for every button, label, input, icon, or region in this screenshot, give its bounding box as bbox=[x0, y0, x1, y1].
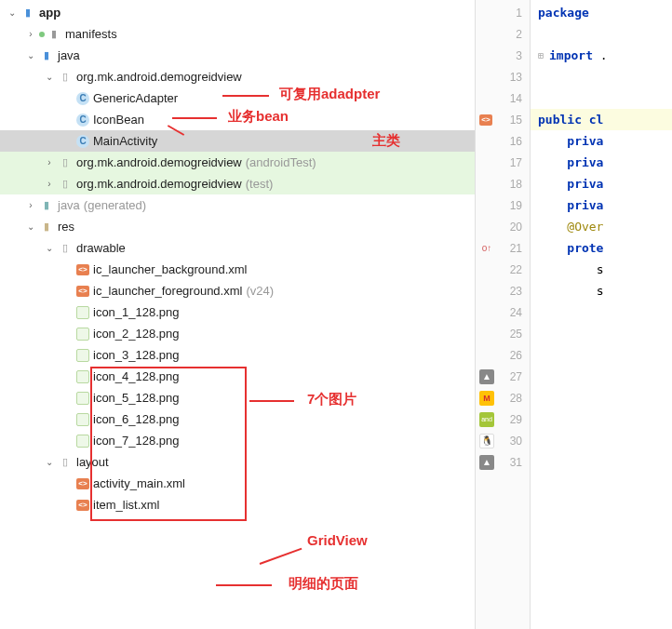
gutter-line[interactable]: 18 bbox=[476, 173, 530, 194]
gutter-line[interactable]: 25 bbox=[476, 323, 530, 344]
code-line[interactable]: s bbox=[531, 280, 672, 301]
gutter-image-icon[interactable]: 🐧 bbox=[479, 434, 494, 448]
code-line[interactable]: priva bbox=[531, 130, 672, 152]
code-line[interactable] bbox=[531, 387, 672, 408]
tree-node-icon-bean[interactable]: › C IconBean bbox=[0, 109, 475, 130]
code-line[interactable] bbox=[531, 66, 672, 87]
code-line[interactable]: prote bbox=[531, 237, 672, 259]
gutter-line[interactable]: 17 bbox=[476, 152, 530, 173]
tree-node-item-list-xml[interactable]: › <> item_list.xml bbox=[0, 494, 475, 515]
chevron-down-icon[interactable]: ⌄ bbox=[6, 7, 19, 18]
code-line[interactable] bbox=[531, 23, 672, 45]
tree-node-drawable[interactable]: ⌄ ▯ drawable bbox=[0, 237, 475, 259]
tree-node-package-test[interactable]: › ▯ org.mk.android.demogreidview (test) bbox=[0, 173, 475, 194]
gutter-image-icon[interactable]: and bbox=[479, 412, 494, 427]
gutter-line[interactable]: 23 bbox=[476, 280, 530, 301]
annotation-line bbox=[260, 548, 302, 565]
override-up-icon[interactable]: o↑ bbox=[479, 241, 494, 256]
gutter-line[interactable]: and 29 bbox=[476, 408, 530, 430]
tree-node-layout[interactable]: ⌄ ▯ layout bbox=[0, 451, 475, 473]
chevron-down-icon[interactable]: ⌄ bbox=[43, 72, 56, 82]
gutter-class-icon[interactable]: <> bbox=[479, 114, 492, 126]
chevron-right-icon[interactable]: › bbox=[24, 200, 37, 210]
gutter-line[interactable]: 16 bbox=[476, 130, 530, 152]
code-line[interactable] bbox=[531, 408, 672, 430]
tree-node-manifests[interactable]: › ▮ manifests bbox=[0, 23, 475, 45]
tree-node-activity-main-xml[interactable]: › <> activity_main.xml bbox=[0, 473, 475, 494]
code-line[interactable]: @Over bbox=[531, 216, 672, 237]
tree-node-package-main[interactable]: ⌄ ▯ org.mk.android.demogreidview bbox=[0, 66, 475, 87]
code-line[interactable] bbox=[531, 301, 672, 323]
tree-node-icon-5[interactable]: › icon_5_128.png bbox=[0, 387, 475, 408]
gutter-image-icon[interactable]: M bbox=[479, 391, 494, 406]
tree-node-icon-1[interactable]: › icon_1_128.png bbox=[0, 301, 475, 323]
fold-icon[interactable]: ⊞ bbox=[538, 50, 547, 60]
tree-node-icon-3[interactable]: › icon_3_128.png bbox=[0, 344, 475, 366]
gutter-line[interactable]: M 28 bbox=[476, 387, 530, 408]
tree-node-generic-adapter[interactable]: › C GenericAdapter bbox=[0, 87, 475, 109]
gutter-line[interactable]: 13 bbox=[476, 66, 530, 87]
tree-node-java-generated[interactable]: › ▮ java (generated) bbox=[0, 194, 475, 216]
gutter-line[interactable]: 1 bbox=[476, 2, 530, 23]
xml-file-icon: <> bbox=[76, 264, 89, 275]
code-line[interactable]: priva bbox=[531, 173, 672, 194]
code-line[interactable] bbox=[531, 323, 672, 344]
code-line[interactable] bbox=[531, 430, 672, 451]
chevron-right-icon[interactable]: › bbox=[24, 29, 37, 39]
code-line[interactable] bbox=[531, 366, 672, 387]
tree-node-app[interactable]: ⌄ ▮ app bbox=[0, 2, 475, 23]
image-file-icon bbox=[76, 349, 89, 362]
code-line[interactable] bbox=[531, 344, 672, 366]
gutter-line[interactable]: ▲ 27 bbox=[476, 366, 530, 387]
code-line[interactable] bbox=[531, 87, 672, 109]
gutter-line[interactable]: 3 bbox=[476, 45, 530, 66]
gutter-image-icon[interactable]: ▲ bbox=[479, 369, 494, 384]
gutter-line[interactable]: 🐧 30 bbox=[476, 430, 530, 451]
gutter-line[interactable]: 24 bbox=[476, 301, 530, 323]
code-line[interactable]: public cl bbox=[531, 109, 672, 130]
gutter-line[interactable]: 26 bbox=[476, 344, 530, 366]
node-label: layout bbox=[76, 455, 109, 469]
editor-code[interactable]: package ⊞import . public cl priva priva … bbox=[531, 0, 672, 629]
tree-node-icon-6[interactable]: › icon_6_128.png bbox=[0, 408, 475, 430]
tree-node-icon-4[interactable]: › icon_4_128.png bbox=[0, 366, 475, 387]
tree-node-java[interactable]: ⌄ ▮ java bbox=[0, 45, 475, 66]
node-label: java bbox=[58, 198, 80, 212]
gutter-line[interactable]: 19 bbox=[476, 194, 530, 216]
gutter-line[interactable]: 22 bbox=[476, 259, 530, 280]
package-icon: ▯ bbox=[58, 70, 73, 85]
code-line[interactable]: priva bbox=[531, 152, 672, 173]
xml-file-icon: <> bbox=[76, 286, 89, 297]
code-line[interactable]: priva bbox=[531, 194, 672, 216]
chevron-right-icon[interactable]: › bbox=[43, 179, 56, 189]
gutter-line[interactable]: 2 bbox=[476, 23, 530, 45]
tree-node-ic-launcher-bg[interactable]: › <> ic_launcher_background.xml bbox=[0, 259, 475, 280]
gutter-image-icon[interactable]: ▲ bbox=[479, 455, 494, 470]
gutter-line[interactable]: o↑ 21 bbox=[476, 237, 530, 259]
gutter-line[interactable]: 14 bbox=[476, 87, 530, 109]
gutter-line[interactable]: <> 15 bbox=[476, 109, 530, 130]
tree-node-package-androidtest[interactable]: › ▯ org.mk.android.demogreidview (androi… bbox=[0, 152, 475, 173]
chevron-right-icon[interactable]: › bbox=[43, 157, 56, 167]
code-line[interactable]: package bbox=[531, 2, 672, 23]
code-line[interactable] bbox=[531, 451, 672, 473]
image-file-icon bbox=[76, 413, 89, 426]
chevron-down-icon[interactable]: ⌄ bbox=[24, 50, 37, 60]
chevron-down-icon[interactable]: ⌄ bbox=[43, 457, 56, 467]
tree-node-ic-launcher-fg[interactable]: › <> ic_launcher_foreground.xml (v24) bbox=[0, 280, 475, 301]
code-line[interactable]: s bbox=[531, 259, 672, 280]
project-tree-panel: ⌄ ▮ app › ▮ manifests ⌄ ▮ java ⌄ ▯ org.m… bbox=[0, 0, 475, 629]
node-label: icon_1_128.png bbox=[93, 305, 180, 319]
gutter-line[interactable]: 20 bbox=[476, 216, 530, 237]
gutter-line[interactable]: ▲ 31 bbox=[476, 451, 530, 473]
chevron-down-icon[interactable]: ⌄ bbox=[24, 221, 37, 232]
chevron-down-icon[interactable]: ⌄ bbox=[43, 243, 56, 253]
image-file-icon bbox=[76, 435, 89, 448]
tree-node-res[interactable]: ⌄ ▮ res bbox=[0, 216, 475, 237]
dot-icon bbox=[39, 32, 45, 37]
tree-node-icon-7[interactable]: › icon_7_128.png bbox=[0, 430, 475, 451]
editor-gutter: 1 2 3 13 14 <> 15 16 17 18 19 20 o↑ 21 2… bbox=[475, 0, 531, 629]
tree-node-icon-2[interactable]: › icon_2_128.png bbox=[0, 323, 475, 344]
code-line[interactable]: ⊞import . bbox=[531, 45, 672, 66]
tree-node-main-activity[interactable]: › C MainActivity bbox=[0, 130, 475, 152]
